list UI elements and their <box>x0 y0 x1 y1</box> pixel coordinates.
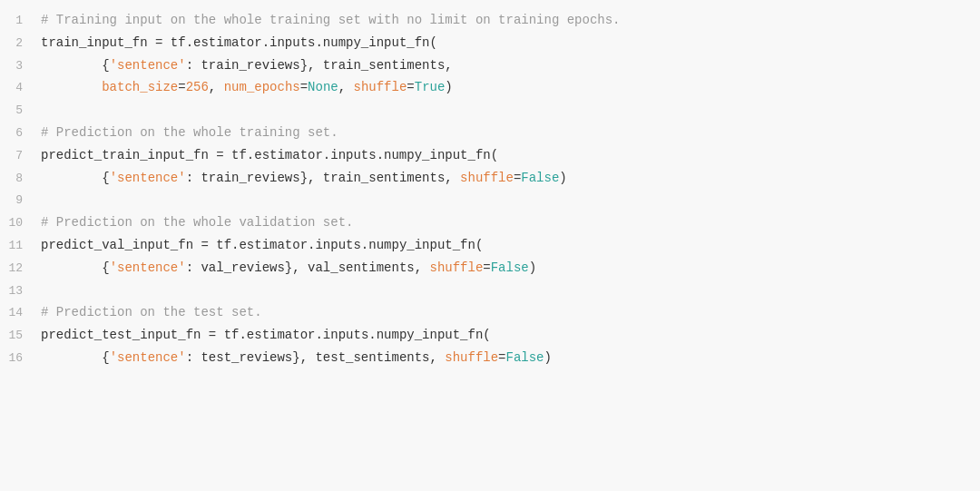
code-segment: , <box>209 80 224 94</box>
line-content: {'sentence': train_reviews}, train_senti… <box>41 55 980 75</box>
line-number: 7 <box>0 147 41 166</box>
code-line: 13 <box>0 280 980 302</box>
code-segment: predict_val_input_fn <box>41 238 201 252</box>
code-line: 6# Prediction on the whole training set. <box>0 122 980 144</box>
code-segment: False <box>521 171 559 185</box>
line-number: 8 <box>0 170 41 189</box>
code-segment: 'sentence' <box>110 260 186 275</box>
code-segment: { <box>41 260 110 275</box>
code-segment <box>41 80 102 94</box>
code-segment: tf.estimator.inputs.numpy_input_fn( <box>162 35 436 50</box>
code-segment: predict_test_input_fn <box>41 328 209 342</box>
code-segment: = <box>300 80 308 94</box>
code-segment: # Prediction on the test set. <box>41 305 262 319</box>
line-content: # Prediction on the test set. <box>41 302 980 322</box>
code-segment: : train_reviews}, train_sentiments, <box>186 58 453 73</box>
code-segment: ) <box>445 80 452 94</box>
code-segment: { <box>41 171 110 185</box>
code-line: 7predict_train_input_fn = tf.estimator.i… <box>0 144 980 167</box>
code-line: 4 batch_size=256, num_epochs=None, shuff… <box>0 76 980 99</box>
code-segment: 'sentence' <box>110 58 186 73</box>
code-line: 15predict_test_input_fn = tf.estimator.i… <box>0 324 980 347</box>
code-line: 1# Training input on the whole training … <box>0 9 980 32</box>
code-line: 8 {'sentence': train_reviews}, train_sen… <box>0 167 980 190</box>
code-segment: ) <box>559 171 566 185</box>
code-segment: tf.estimator.inputs.numpy_input_fn( <box>216 328 490 342</box>
code-segment: { <box>41 58 110 73</box>
code-line: 3 {'sentence': train_reviews}, train_sen… <box>0 54 980 77</box>
code-segment: batch_size <box>102 80 178 94</box>
code-segment: { <box>41 350 110 365</box>
line-content: {'sentence': test_reviews}, test_sentime… <box>41 348 980 368</box>
code-segment: , <box>338 80 354 94</box>
code-segment: num_epochs <box>224 80 300 94</box>
line-number: 12 <box>0 260 41 279</box>
code-line: 10# Prediction on the whole validation s… <box>0 211 980 234</box>
code-segment: shuffle <box>429 260 483 275</box>
code-segment: : train_reviews}, train_sentiments, <box>186 171 460 185</box>
code-line: 14# Prediction on the test set. <box>0 301 980 324</box>
line-number: 9 <box>0 191 41 211</box>
code-line: 5 <box>0 99 980 122</box>
line-content: {'sentence': val_reviews}, val_sentiment… <box>41 258 980 278</box>
line-content: batch_size=256, num_epochs=None, shuffle… <box>41 77 980 97</box>
code-segment: # Training input on the whole training s… <box>41 13 621 27</box>
code-segment: shuffle <box>354 80 407 94</box>
line-number: 16 <box>0 349 41 368</box>
code-editor: 1# Training input on the whole training … <box>0 0 980 491</box>
code-segment: = <box>201 238 208 252</box>
code-segment: = <box>216 148 223 162</box>
code-segment: ) <box>529 260 536 275</box>
code-segment: ) <box>544 350 552 365</box>
code-segment: False <box>491 260 529 275</box>
line-content: predict_val_input_fn = tf.estimator.inpu… <box>41 235 980 255</box>
line-content: {'sentence': train_reviews}, train_senti… <box>41 168 980 188</box>
code-segment: = <box>483 260 490 275</box>
code-segment: 'sentence' <box>110 171 186 185</box>
line-number: 15 <box>0 327 41 346</box>
code-segment: False <box>506 350 544 365</box>
code-segment: : val_reviews}, val_sentiments, <box>186 260 430 275</box>
code-segment: predict_train_input_fn <box>41 148 216 162</box>
line-number: 2 <box>0 34 41 54</box>
line-number: 3 <box>0 57 41 76</box>
code-segment: train_input_fn <box>41 35 155 50</box>
code-segment: 'sentence' <box>110 350 186 365</box>
line-number: 1 <box>0 12 41 31</box>
line-number: 11 <box>0 237 41 256</box>
line-number: 4 <box>0 79 41 98</box>
code-segment: = <box>209 328 216 342</box>
line-content <box>41 280 980 300</box>
line-number: 5 <box>0 102 41 121</box>
line-content: predict_train_input_fn = tf.estimator.in… <box>41 145 980 165</box>
code-segment: = <box>498 350 505 365</box>
line-number: 10 <box>0 214 41 233</box>
line-content <box>41 100 980 120</box>
code-segment: tf.estimator.inputs.numpy_input_fn( <box>209 238 483 252</box>
line-number: 6 <box>0 124 41 143</box>
line-content: # Prediction on the whole validation set… <box>41 212 980 232</box>
code-line: 11predict_val_input_fn = tf.estimator.in… <box>0 234 980 257</box>
code-segment: tf.estimator.inputs.numpy_input_fn( <box>224 148 498 162</box>
code-segment: = <box>178 80 185 94</box>
line-content: # Prediction on the whole training set. <box>41 123 980 142</box>
code-line: 12 {'sentence': val_reviews}, val_sentim… <box>0 257 980 280</box>
code-segment: # Prediction on the whole validation set… <box>41 215 353 230</box>
code-segment: = <box>407 80 414 94</box>
code-segment: True <box>415 80 446 94</box>
code-segment: None <box>308 80 338 94</box>
code-line: 9 <box>0 189 980 211</box>
line-content <box>41 190 980 210</box>
code-segment: shuffle <box>445 350 498 365</box>
code-line: 16 {'sentence': test_reviews}, test_sent… <box>0 347 980 369</box>
code-segment: shuffle <box>460 171 514 185</box>
line-content: train_input_fn = tf.estimator.inputs.num… <box>41 33 980 53</box>
line-number: 13 <box>0 282 41 301</box>
line-content: predict_test_input_fn = tf.estimator.inp… <box>41 325 980 345</box>
code-segment: : test_reviews}, test_sentiments, <box>186 350 446 365</box>
line-number: 14 <box>0 304 41 323</box>
code-line: 2train_input_fn = tf.estimator.inputs.nu… <box>0 32 980 54</box>
code-segment: # Prediction on the whole training set. <box>41 125 338 140</box>
line-content: # Training input on the whole training s… <box>41 10 980 30</box>
code-segment: 256 <box>186 80 209 94</box>
